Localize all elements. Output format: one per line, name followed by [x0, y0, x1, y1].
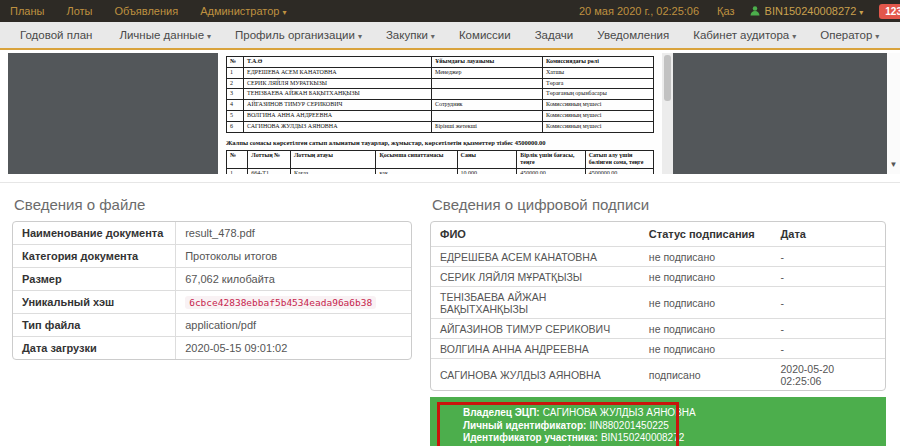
file-info-row: Размер 67,062 килобайта: [13, 267, 411, 290]
pdf-table-row: 5ВОЛГИНА АННА АНДРЕЕВНАКомиссияның мүшес…: [227, 110, 654, 121]
menu-administrator-label: Администратор: [200, 5, 279, 17]
cert-value: BIN150240008272: [601, 432, 684, 443]
nav-label: Оператор: [820, 29, 872, 41]
nav-label: Профиль организации: [235, 29, 355, 41]
chevron-down-icon: ▾: [207, 32, 211, 41]
nav-label: Кабинет аудитора: [693, 29, 789, 41]
pdf-cell: Комиссиядағы рөлі: [542, 57, 653, 68]
cert-participant-id-line: Идентификатор участника:BIN150240008272: [463, 432, 876, 445]
chevron-down-icon: ▾: [792, 32, 796, 41]
nav-org-profile[interactable]: Профиль организации▾: [223, 29, 374, 41]
cert-value: IIN880201450225: [589, 420, 669, 431]
scroll-down-icon[interactable]: ▼: [890, 160, 898, 169]
file-info-value: result_478.pdf: [176, 222, 411, 244]
signature-table: ФИО Статус подписания Дата ЕДРЕШЕВА АСЕМ…: [430, 221, 886, 391]
viewer-scrollbar[interactable]: ▼: [887, 53, 900, 174]
status-cell: не подписано: [640, 246, 772, 266]
chevron-down-icon: ▾: [358, 32, 362, 41]
menu-announcements[interactable]: Объявления: [114, 5, 178, 17]
pdf-cell: ТЕНІЗБАЕВА АЙЖАН БАҚЫТХАНҚЫЗЫ: [244, 89, 432, 100]
nav-tasks[interactable]: Задачи: [523, 29, 586, 41]
file-info-label: Категория документа: [13, 244, 176, 267]
nav-notifications[interactable]: Уведомления: [585, 29, 681, 41]
nav-label: Комиссии: [459, 29, 511, 41]
signature-row: АЙГАЗИНОВ ТИМУР СЕРИКОВИЧне подписано-: [431, 318, 885, 338]
nav-annual-plan[interactable]: Годовой план: [8, 29, 107, 41]
signature-row: СЕРИК ЛЯЙЛЯ МҰРАТҚЫЗЫне подписано-: [431, 266, 885, 286]
pdf-cell: 450000.00: [517, 169, 585, 174]
pdf-cell: ЕДРЕШЕВА АСЕМ КАНАТОВНА: [244, 67, 432, 78]
pdf-table-row: 3ТЕНІЗБАЕВА АЙЖАН БАҚЫТХАНҚЫЗЫТөрағаның …: [227, 89, 654, 100]
file-info-row: Тип файла application/pdf: [13, 313, 411, 336]
file-info-label: Тип файла: [13, 313, 176, 336]
nav-contracts[interactable]: Договоры: [891, 29, 900, 41]
signature-info-section: Сведения о цифровой подписи ФИО Статус п…: [430, 183, 886, 446]
cert-owner-line: Владелец ЭЦП:САГИНОВА ЖУЛДЫЗ АЯНОВНА: [463, 407, 876, 420]
file-info-label: Размер: [13, 267, 176, 290]
date-cell: -: [771, 286, 885, 318]
file-info-row: Уникальный хэш 6cbce42838ebbaf5b4534eada…: [13, 290, 411, 313]
nav-auditor-cabinet[interactable]: Кабинет аудитора▾: [681, 29, 808, 41]
details-section: Сведения о файле Наименование документа …: [0, 183, 900, 446]
menu-administrator[interactable]: Администратор▾: [200, 5, 286, 17]
pdf-cell: Қағаз: [291, 169, 376, 174]
pdf-cell: №: [227, 57, 244, 68]
nav-operator[interactable]: Оператор▾: [808, 29, 891, 41]
cert-value: САГИНОВА ЖУЛДЫЗ АЯНОВНА: [543, 407, 696, 418]
date-cell: -: [771, 246, 885, 266]
signature-row: ЕДРЕШЕВА АСЕМ КАНАТОВНАне подписано-: [431, 246, 885, 266]
date-cell: 2020-05-20 02:25:06: [771, 358, 885, 390]
pdf-cell: Хатшы: [542, 67, 653, 78]
signature-row: ТЕНІЗБАЕВА АЙЖАН БАҚЫТХАНҚЫЗЫне подписан…: [431, 286, 885, 318]
status-cell: не подписано: [640, 318, 772, 338]
nav-personal-data[interactable]: Личные данные▾: [107, 29, 223, 41]
signature-header-row: ФИО Статус подписания Дата: [431, 222, 885, 246]
nav-commissions[interactable]: Комиссии: [447, 29, 523, 41]
nav-procurements[interactable]: Закупки▾: [374, 29, 447, 41]
signature-info-title: Сведения о цифровой подписи: [432, 196, 886, 213]
file-hash-value: 6cbce42838ebbaf5b4534eada96a6b38: [185, 296, 376, 309]
pdf-cell: Бірлік үшін бағасы, теңге: [517, 150, 585, 169]
pdf-cell: 4500000.00: [585, 169, 653, 174]
pdf-cell: 664-Т1: [248, 169, 291, 174]
nav-label: Личные данные: [119, 29, 204, 41]
pdf-table-row: 6САГИНОВА ЖУЛДЫЗ АЯНОВНАБірінші жетекшіК…: [227, 121, 654, 132]
user-menu[interactable]: BIN150240008272▾: [765, 5, 864, 17]
pdf-cell: Менеджер: [431, 67, 542, 78]
signature-row: САГИНОВА ЖУЛДЫЗ АЯНОВНАподписано2020-05-…: [431, 358, 885, 390]
pdf-lots-table: № Лоттың № Лоттың атауы Қосымша сипаттам…: [226, 150, 654, 174]
pdf-cell: Саны: [457, 150, 517, 169]
notifications-badge[interactable]: 123: [879, 4, 900, 19]
pdf-cell: [431, 89, 542, 100]
cert-label: Владелец ЭЦП:: [463, 407, 540, 418]
fio-cell: АЙГАЗИНОВ ТИМУР СЕРИКОВИЧ: [431, 318, 640, 338]
nav-label: Уведомления: [597, 29, 669, 41]
pdf-cell: Бірінші жетекші: [431, 121, 542, 132]
scrollbar-thumb[interactable]: [664, 55, 671, 101]
status-cell: не подписано: [640, 338, 772, 358]
pdf-table-header-row: № Лоттың № Лоттың атауы Қосымша сипаттам…: [227, 150, 654, 169]
date-cell: -: [771, 318, 885, 338]
pdf-cell: Ұйымдағы лауазымы: [431, 57, 542, 68]
menu-plans[interactable]: Планы: [10, 5, 44, 17]
pdf-cell: 1: [227, 67, 244, 78]
fio-header: ФИО: [431, 222, 640, 246]
menu-lots[interactable]: Лоты: [66, 5, 92, 17]
pdf-inner-scrollbar[interactable]: [662, 53, 673, 174]
current-datetime: 20 мая 2020 г., 02:25:06: [579, 5, 699, 17]
cert-personal-id-line: Личный идентификатор:IIN880201450225: [463, 420, 876, 433]
pdf-viewer[interactable]: № Т.А.Ә Ұйымдағы лауазымы Комиссиядағы р…: [8, 53, 887, 174]
pdf-cell: Төраға: [542, 78, 653, 89]
signature-row: ВОЛГИНА АННА АНДРЕЕВНАне подписано-: [431, 338, 885, 358]
pdf-cell: Комиссияның мүшесі: [542, 110, 653, 121]
pdf-table-row: 2СЕРИК ЛЯЙЛЯ МУРАТКЫЗЫТөраға: [227, 78, 654, 89]
certificate-info-box: Владелец ЭЦП:САГИНОВА ЖУЛДЫЗ АЯНОВНА Лич…: [430, 397, 886, 446]
file-info-label: Уникальный хэш: [13, 290, 176, 313]
main-navbar: Годовой план Личные данные▾ Профиль орга…: [0, 22, 900, 50]
user-icon: [749, 5, 761, 17]
language-switcher[interactable]: Қаз: [717, 5, 734, 17]
chevron-down-icon: ▾: [875, 32, 879, 41]
chevron-down-icon: ▾: [431, 32, 435, 41]
cert-label: Личный идентификатор:: [463, 420, 586, 431]
fio-cell: СЕРИК ЛЯЙЛЯ МҰРАТҚЫЗЫ: [431, 266, 640, 286]
